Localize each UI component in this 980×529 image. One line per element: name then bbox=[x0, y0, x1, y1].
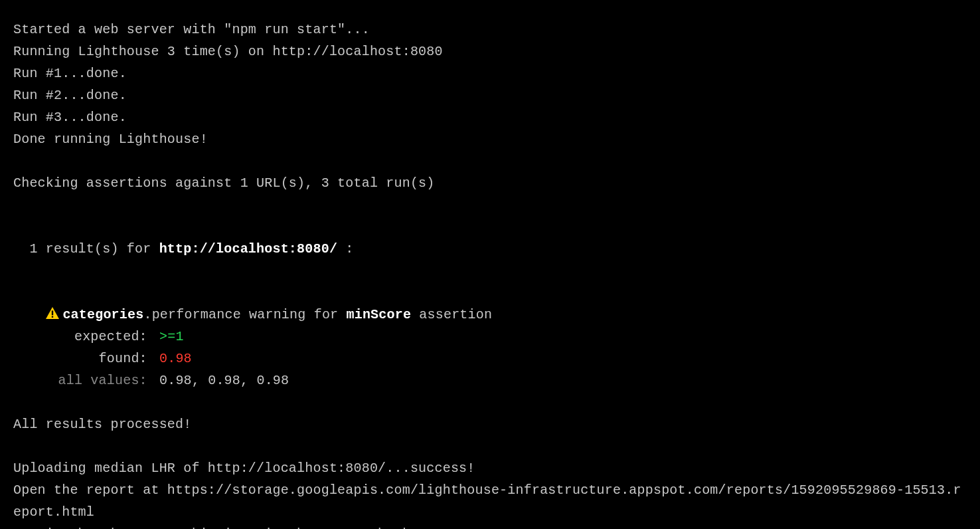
assertion-allvalues-line: all values: 0.98, 0.98, 0.98 bbox=[13, 370, 967, 391]
allvalues-label: all values: bbox=[13, 370, 159, 391]
log-line-running: Running Lighthouse 3 time(s) on http://l… bbox=[13, 41, 967, 62]
found-value: 0.98 bbox=[159, 348, 192, 370]
all-values: 0.98, 0.98, 0.98 bbox=[159, 370, 289, 391]
result-url: http://localhost:8080/ bbox=[159, 241, 337, 257]
expected-label: expected: bbox=[13, 326, 159, 348]
assertion-performance: .performance warning for bbox=[143, 307, 346, 322]
log-line-open-report: Open the report at https://storage.googl… bbox=[13, 479, 967, 523]
log-line-result-header: 1 result(s) for http://localhost:8080/ : bbox=[13, 216, 967, 260]
blank-line bbox=[13, 260, 967, 282]
log-line-start: Started a web server with "npm run start… bbox=[13, 19, 967, 41]
result-suffix: : bbox=[337, 241, 353, 257]
log-line-no-github: No GitHub token set, skipping GitHub sta… bbox=[13, 523, 967, 529]
log-line-run2: Run #2...done. bbox=[13, 84, 967, 106]
assertion-suffix: assertion bbox=[411, 307, 492, 322]
warning-icon bbox=[45, 304, 60, 326]
assertion-warning-line: categories.performance warning for minSc… bbox=[13, 282, 967, 326]
svg-rect-1 bbox=[52, 316, 53, 318]
log-line-checking: Checking assertions against 1 URL(s), 3 … bbox=[13, 172, 967, 194]
blank-line bbox=[13, 150, 967, 172]
blank-line bbox=[13, 391, 967, 413]
log-line-done: Done running Lighthouse! bbox=[13, 128, 967, 150]
log-line-processed: All results processed! bbox=[13, 413, 967, 435]
found-label: found: bbox=[13, 348, 159, 370]
log-line-run1: Run #1...done. bbox=[13, 62, 967, 84]
expected-value: >=1 bbox=[159, 326, 184, 348]
blank-line bbox=[13, 194, 967, 216]
assertion-found-line: found: 0.98 bbox=[13, 348, 967, 370]
log-line-uploading: Uploading median LHR of http://localhost… bbox=[13, 457, 967, 479]
assertion-expected-line: expected: >=1 bbox=[13, 326, 967, 348]
log-line-run3: Run #3...done. bbox=[13, 106, 967, 128]
assertion-minscore: minScore bbox=[347, 307, 412, 322]
assertion-categories: categories bbox=[62, 307, 143, 322]
result-count-text: 1 result(s) for bbox=[29, 241, 159, 257]
blank-line bbox=[13, 435, 967, 457]
svg-rect-0 bbox=[52, 310, 53, 315]
